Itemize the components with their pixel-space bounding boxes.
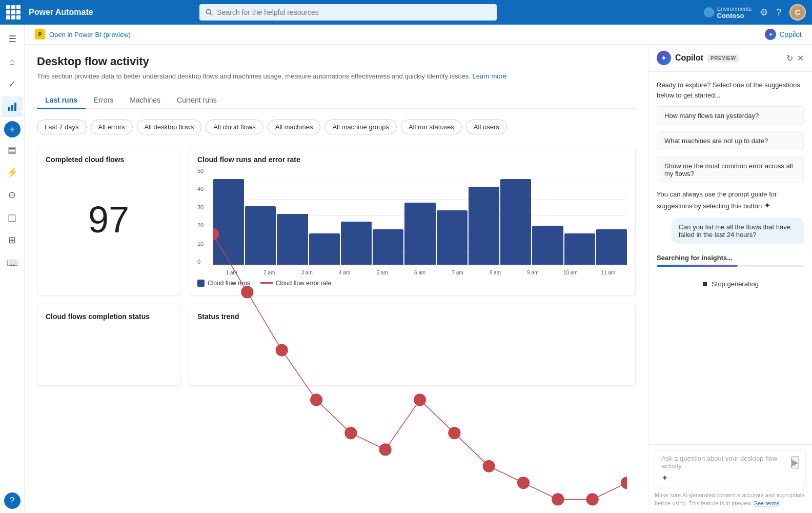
- copilot-input-placeholder: Ask a question about your desktop flow a…: [661, 455, 791, 470]
- error-rate-dot-6: [414, 393, 426, 406]
- copilot-input-toolbar: ✦: [661, 473, 799, 483]
- copilot-prompt-icon[interactable]: ✦: [661, 473, 668, 483]
- filter-machine-groups[interactable]: All machine groups: [324, 120, 397, 134]
- chart-x-label-2: 3 am: [288, 270, 326, 275]
- help-button[interactable]: ?: [776, 7, 781, 18]
- svg-line-1: [211, 13, 213, 15]
- chart-area: 50 40 30 20 10 0 1 am2 am3 am4 am5 am6 a: [197, 168, 627, 275]
- chart-y-labels: 50 40 30 20 10 0: [197, 168, 212, 265]
- chart-bar-5: [373, 229, 403, 264]
- tab-current-runs[interactable]: Current runs: [169, 92, 225, 109]
- settings-button[interactable]: ⚙: [760, 7, 768, 18]
- sidebar-item-approvals[interactable]: ✓: [2, 74, 23, 94]
- completion-status-card: Cloud flows completion status: [37, 304, 180, 386]
- top-navigation: Power Automate 🌐 Environments Contoso ⚙ …: [0, 0, 812, 25]
- chart-x-label-9: 10 am: [552, 270, 589, 275]
- environment-selector[interactable]: 🌐 Environments Contoso: [704, 6, 752, 19]
- chart-x-label-5: 6 am: [401, 270, 438, 275]
- chart-bar-11: [564, 233, 595, 264]
- left-sidebar: ☰ ⌂ ✓ + ▤ ⚡ ⊙ ◫ ⊞ 📖 ?: [0, 25, 25, 513]
- sidebar-item-home[interactable]: ⌂: [2, 51, 23, 72]
- copilot-refresh-button[interactable]: ↻: [786, 53, 793, 63]
- see-terms-link[interactable]: See terms: [754, 500, 780, 506]
- copilot-disclaimer: Make sure AI-generated content is accura…: [655, 491, 806, 507]
- legend-line-error: [260, 282, 273, 284]
- stop-generating-button[interactable]: ⏹ Stop generating: [657, 277, 804, 291]
- chart-x-label-8: 9 am: [514, 270, 552, 275]
- powerbi-bar: P Open in Power BI (preview) ✦ Copilot: [25, 25, 812, 45]
- filter-users[interactable]: All users: [466, 120, 507, 134]
- completed-flows-value: 97: [46, 168, 172, 241]
- powerbi-link[interactable]: Open in Power BI (preview): [49, 31, 131, 38]
- sidebar-item-learn[interactable]: 📖: [2, 252, 23, 273]
- legend-swatch-runs: [197, 280, 205, 287]
- searching-bar: Searching for insights...: [657, 250, 804, 271]
- page-description: This section provides data to better und…: [37, 71, 636, 82]
- copilot-suggestion-2[interactable]: Show me the most common error across all…: [657, 156, 804, 183]
- chart-legend: Cloud flow runs Cloud flow error rate: [197, 280, 627, 287]
- sidebar-item-analytics[interactable]: [2, 96, 23, 117]
- chart-bar-12: [596, 229, 627, 264]
- sidebar-item-solutions[interactable]: ⊞: [2, 230, 23, 250]
- legend-label-error: Cloud flow error rate: [276, 280, 332, 287]
- copilot-input-area: Ask a question about your desktop flow a…: [655, 450, 806, 487]
- copilot-input-row: Ask a question about your desktop flow a…: [661, 455, 799, 470]
- copilot-suggestion-1[interactable]: What machines are not up to date?: [657, 131, 804, 150]
- sidebar-item-connectors[interactable]: ⚡: [2, 162, 23, 183]
- chart-bar-3: [309, 233, 340, 264]
- cards-row-1: Completed cloud flows 97 Cloud flow runs…: [37, 147, 636, 295]
- tab-last-runs[interactable]: Last runs: [37, 92, 86, 109]
- copilot-body: Ready to explore? Select one of the sugg…: [648, 72, 812, 444]
- sidebar-item-monitor[interactable]: ◫: [2, 207, 23, 228]
- sidebar-help-circle[interactable]: ?: [4, 492, 21, 509]
- filter-time[interactable]: Last 7 days: [37, 120, 87, 134]
- learn-more-link[interactable]: Learn more: [473, 72, 506, 80]
- chart-bar-4: [341, 222, 372, 264]
- search-bar[interactable]: [199, 4, 497, 21]
- copilot-toggle-button[interactable]: ✦ Copilot: [765, 29, 802, 40]
- copilot-footer: Ask a question about your desktop flow a…: [648, 444, 812, 512]
- copilot-panel: ✦ Copilot PREVIEW ↻ ✕ Ready to explore? …: [648, 45, 812, 512]
- error-rate-dot-4: [344, 427, 357, 439]
- prompt-guide-icon[interactable]: ✦: [764, 201, 770, 210]
- progress-bar-fill: [657, 265, 738, 267]
- waffle-menu[interactable]: [6, 5, 21, 19]
- tab-machines[interactable]: Machines: [121, 92, 169, 109]
- chart-title: Cloud flow runs and error rate: [197, 155, 627, 164]
- copilot-icon: ✦: [657, 51, 671, 65]
- copilot-close-button[interactable]: ✕: [797, 53, 804, 63]
- chart-x-label-7: 8 am: [476, 270, 514, 275]
- tab-errors[interactable]: Errors: [86, 92, 121, 109]
- chart-bar-6: [404, 203, 435, 265]
- chart-bar-8: [469, 187, 499, 264]
- filter-pills-row: Last 7 days All errors All desktop flows…: [37, 120, 636, 134]
- filter-cloud-flows[interactable]: All cloud flows: [206, 120, 263, 134]
- filter-errors[interactable]: All errors: [91, 120, 133, 134]
- error-rate-dot-7: [448, 427, 460, 439]
- status-trend-title: Status trend: [197, 312, 627, 321]
- filter-machines[interactable]: All machines: [268, 120, 321, 134]
- copilot-suggestion-0[interactable]: How many flows ran yesterday?: [657, 106, 804, 125]
- user-avatar[interactable]: C: [789, 4, 806, 21]
- sidebar-bottom: ?: [4, 492, 21, 509]
- searching-text: Searching for insights...: [657, 254, 804, 262]
- error-rate-dot-11: [586, 493, 599, 505]
- filter-desktop-flows[interactable]: All desktop flows: [137, 120, 202, 134]
- page-title: Desktop flow activity: [37, 55, 636, 68]
- copilot-send-button[interactable]: ▶: [791, 457, 799, 468]
- content-wrapper: Desktop flow activity This section provi…: [25, 45, 812, 512]
- svg-point-0: [207, 9, 211, 14]
- environment-info: Environments Contoso: [717, 6, 752, 19]
- sidebar-item-templates[interactable]: ▤: [2, 140, 23, 160]
- sidebar-item-create[interactable]: +: [4, 121, 21, 137]
- chart-bar-7: [437, 210, 468, 265]
- copilot-preview-badge: PREVIEW: [707, 54, 739, 62]
- chart-bars: [213, 168, 627, 265]
- legend-runs: Cloud flow runs: [197, 280, 250, 287]
- sidebar-item-menu[interactable]: ☰: [2, 29, 23, 49]
- filter-run-statuses[interactable]: All run statuses: [401, 120, 462, 134]
- dashboard-area: Desktop flow activity This section provi…: [25, 45, 648, 512]
- search-input[interactable]: [217, 8, 491, 16]
- sidebar-item-data[interactable]: ⊙: [2, 185, 23, 205]
- chart-bar-10: [532, 226, 563, 265]
